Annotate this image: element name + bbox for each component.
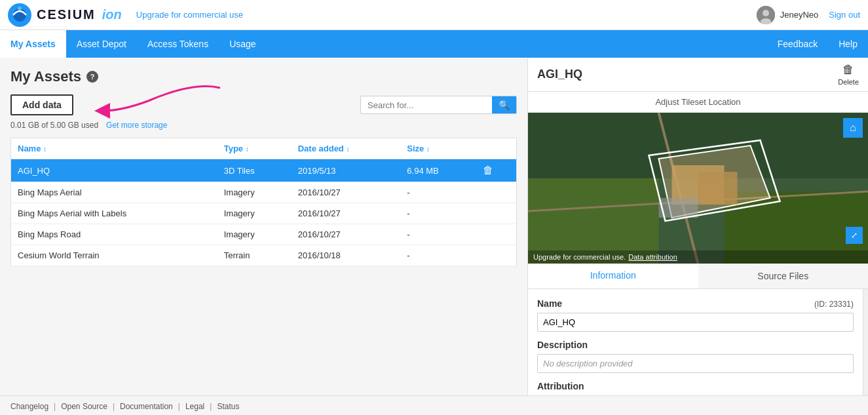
cell-size: - <box>400 245 476 266</box>
cell-date: 2016/10/27 <box>292 182 401 203</box>
get-more-storage-link[interactable]: Get more storage <box>106 121 167 130</box>
cell-action <box>476 245 517 266</box>
svg-rect-15 <box>698 172 738 205</box>
cell-name: AGI_HQ <box>11 159 217 182</box>
col-header-size[interactable]: Size ↕ <box>400 138 476 159</box>
adjust-tileset-btn[interactable]: Adjust Tileset Location <box>528 92 868 113</box>
cell-date: 2016/10/27 <box>292 224 401 245</box>
table-row[interactable]: Bing Maps RoadImagery2016/10/27- <box>11 224 517 245</box>
sort-arrow-name: ↕ <box>43 146 47 153</box>
user-name: JeneyNeo <box>780 10 819 20</box>
left-panel: My Assets ? Add data 🔍 <box>0 58 527 395</box>
upgrade-overlay-text: Upgrade for commercial use. <box>533 253 626 261</box>
cell-date: 2016/10/18 <box>292 245 401 266</box>
cell-type: Imagery <box>217 182 292 203</box>
row-delete-button[interactable]: 🗑 <box>483 165 493 176</box>
upgrade-link[interactable]: Upgrade for commercial use <box>136 10 243 20</box>
nav-item-my-assets[interactable]: My Assets <box>0 30 66 58</box>
sort-arrow-date: ↕ <box>346 146 349 153</box>
nav-feedback[interactable]: Feedback <box>767 30 828 58</box>
sort-arrow-type: ↕ <box>246 146 249 153</box>
nav-help[interactable]: Help <box>828 30 868 58</box>
right-panel-title: AGI_HQ <box>537 68 582 81</box>
main-layout: My Assets ? Add data 🔍 <box>0 58 868 395</box>
tab-information[interactable]: Information <box>528 264 698 288</box>
info-name-row: Name (ID: 23331) <box>537 298 854 309</box>
cell-name: Bing Maps Aerial <box>11 182 217 203</box>
toolbar-container: Add data 🔍 <box>10 94 517 121</box>
storage-used: 0.01 GB of 5.00 GB used <box>10 121 98 130</box>
sort-arrow-size: ↕ <box>426 146 430 153</box>
footer-changelog[interactable]: Changelog <box>10 402 48 411</box>
cell-type: Terrain <box>217 245 292 266</box>
trash-icon: 🗑 <box>842 63 854 77</box>
right-panel-inner: Name (ID: 23331) Description Attribution <box>528 289 868 395</box>
cell-type: Imagery <box>217 203 292 224</box>
delete-button[interactable]: 🗑 Delete <box>838 63 859 86</box>
table-row[interactable]: Bing Maps Aerial with LabelsImagery2016/… <box>11 203 517 224</box>
footer-legal[interactable]: Legal <box>185 402 204 411</box>
nav-right: Feedback Help <box>767 30 868 58</box>
expand-button[interactable]: ⤢ <box>846 227 863 244</box>
svg-rect-16 <box>659 198 698 218</box>
top-right-area: JeneyNeo Sign out <box>757 6 860 24</box>
cell-name: Bing Maps Road <box>11 224 217 245</box>
col-header-date[interactable]: Date added ↕ <box>292 138 401 159</box>
logo-area: CESIUM ion Upgrade for commercial use <box>8 3 243 27</box>
search-button[interactable]: 🔍 <box>492 96 516 113</box>
info-panel: Name (ID: 23331) Description Attribution <box>528 289 863 395</box>
nav-item-asset-depot[interactable]: Asset Depot <box>66 30 137 58</box>
col-header-actions <box>476 138 517 159</box>
asset-id: (ID: 23331) <box>814 300 854 309</box>
name-label: Name <box>537 298 562 309</box>
cell-action <box>476 224 517 245</box>
preview-overlay: Upgrade for commercial use. Data attribu… <box>528 250 868 264</box>
table-row[interactable]: Bing Maps AerialImagery2016/10/27- <box>11 182 517 203</box>
nav-bar: My Assets Asset Depot Access Tokens Usag… <box>0 30 868 58</box>
cell-size: 6.94 MB <box>400 159 476 182</box>
preview-area: ⌂ Upgrade for commercial use. Data attri… <box>528 113 868 264</box>
logo-ion-text: ion <box>102 7 122 22</box>
footer-status[interactable]: Status <box>217 402 239 411</box>
cell-type: Imagery <box>217 224 292 245</box>
delete-label: Delete <box>838 78 859 86</box>
assets-header: My Assets ? <box>10 68 517 85</box>
col-header-type[interactable]: Type ↕ <box>217 138 292 159</box>
nav-item-access-tokens[interactable]: Access Tokens <box>137 30 219 58</box>
avatar <box>757 6 775 24</box>
help-icon[interactable]: ? <box>86 71 98 83</box>
cell-size: - <box>400 182 476 203</box>
description-row: Description <box>537 340 854 350</box>
col-header-name[interactable]: Name ↕ <box>11 138 217 159</box>
user-area: JeneyNeo <box>757 6 819 24</box>
tab-source-files[interactable]: Source Files <box>698 264 869 288</box>
svg-point-4 <box>763 10 769 16</box>
cell-date: 2019/5/13 <box>292 159 401 182</box>
cell-size: - <box>400 224 476 245</box>
add-data-button[interactable]: Add data <box>10 94 73 115</box>
right-panel-scrollbar[interactable] <box>863 289 868 395</box>
table-row[interactable]: Cesium World TerrainTerrain2016/10/18- <box>11 245 517 266</box>
description-input[interactable] <box>537 354 854 373</box>
toolbar-row: Add data 🔍 <box>10 94 517 115</box>
cell-name: Bing Maps Aerial with Labels <box>11 203 217 224</box>
description-label: Description <box>537 340 588 350</box>
svg-point-2 <box>18 7 22 10</box>
name-input[interactable] <box>537 313 854 332</box>
sign-out-button[interactable]: Sign out <box>829 10 860 20</box>
attribution-label: Attribution <box>537 381 584 391</box>
footer-documentation[interactable]: Documentation <box>120 402 173 411</box>
attribution-row: Attribution <box>537 381 854 391</box>
search-input[interactable] <box>361 97 492 113</box>
nav-item-usage[interactable]: Usage <box>219 30 266 58</box>
right-header: AGI_HQ 🗑 Delete <box>528 58 868 92</box>
cell-action <box>476 182 517 203</box>
right-content: Name (ID: 23331) Description Attribution <box>528 289 863 395</box>
table-row[interactable]: AGI_HQ3D Tiles2019/5/136.94 MB🗑 <box>11 159 517 182</box>
cell-size: - <box>400 203 476 224</box>
home-view-button[interactable]: ⌂ <box>843 118 863 138</box>
storage-row: 0.01 GB of 5.00 GB used Get more storage <box>10 121 517 130</box>
top-bar: CESIUM ion Upgrade for commercial use Je… <box>0 0 868 30</box>
data-attribution-link[interactable]: Data attribution <box>628 253 677 261</box>
footer-open-source[interactable]: Open Source <box>61 402 107 411</box>
